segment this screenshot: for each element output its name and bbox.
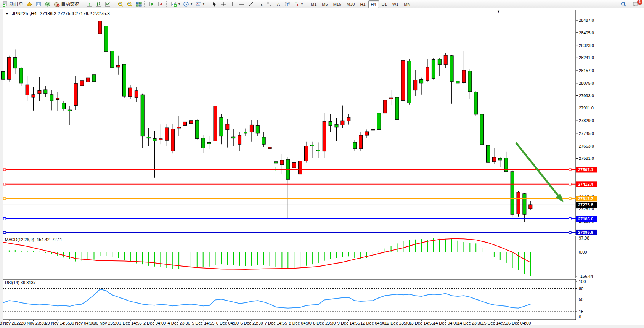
timeframe-m30-button[interactable]: M30 (344, 0, 357, 8)
auto-scroll-button[interactable] (147, 0, 156, 8)
bar-chart-button[interactable] (85, 0, 94, 8)
chevron-down-icon[interactable]: ▾ (301, 2, 303, 6)
candle (529, 205, 532, 209)
new-order-icon (2, 1, 8, 7)
equidistant-channel-button[interactable]: E (255, 0, 265, 8)
price-tick-label: 28157.0 (579, 68, 594, 73)
candle (195, 120, 199, 138)
chevron-down-icon[interactable]: ▾ (191, 2, 192, 6)
new-order-button[interactable]: 新订单 (1, 0, 25, 8)
candle (517, 192, 520, 214)
text-button[interactable]: A (274, 0, 283, 8)
line-handle[interactable] (3, 183, 6, 185)
candle (214, 106, 217, 141)
arrows-button[interactable]: ▾ (292, 0, 304, 8)
time-label: 13 Dec 14:55 (409, 321, 434, 325)
line-handle[interactable] (3, 231, 6, 233)
price-tick-label: 28405.0 (579, 31, 594, 35)
notifications-button[interactable]: 1 (631, 0, 640, 8)
bottom-margin (0, 325, 644, 328)
auto-trading-button[interactable]: 自动交易 (52, 0, 81, 8)
crosshair-button[interactable] (219, 0, 228, 8)
navigator-icon (45, 1, 51, 7)
periods-button[interactable]: ▾ (181, 0, 194, 8)
indicators-button[interactable]: ▾ (169, 0, 181, 8)
timeframe-d1-button[interactable]: D1 (379, 0, 390, 8)
time-label: 30 Nov 23:30 (94, 321, 119, 325)
search-button[interactable] (619, 0, 628, 8)
line-handle[interactable] (569, 198, 571, 200)
candlestick-chart-button[interactable] (94, 0, 103, 8)
toolbar-group-grip (166, 1, 168, 7)
candle (316, 150, 320, 151)
timeframe-h4-button[interactable]: H4 (368, 0, 379, 8)
chart-shift-button[interactable] (156, 0, 165, 8)
macd-scale-label: -166.44 (579, 274, 593, 278)
time-label: 14 Dec 23:30 (458, 321, 482, 325)
tile-windows-button[interactable] (134, 0, 143, 8)
candle (74, 83, 77, 105)
price-badge-label: 27317.7 (578, 196, 593, 201)
trendline-button[interactable] (246, 0, 255, 8)
zoom-out-icon (127, 1, 133, 7)
timeframe-m15-button[interactable]: M15 (331, 0, 344, 8)
chevron-down-icon[interactable]: ▾ (178, 2, 180, 6)
cursor-button[interactable] (210, 0, 219, 8)
candle (432, 60, 435, 79)
scroll-to-end-icon[interactable]: ▼ (497, 10, 500, 13)
timeframe-m5-button[interactable]: M5 (319, 0, 330, 8)
price-tick-label: 28323.0 (579, 43, 594, 48)
profile-button[interactable] (34, 0, 43, 8)
candle (523, 194, 526, 214)
templates-button[interactable]: ▾ (194, 0, 206, 8)
time-label: 6 Dec 23:30 (240, 321, 263, 325)
candle (128, 88, 132, 97)
macd-scale-label: 0.00 (579, 250, 587, 254)
candle (444, 55, 447, 65)
horizontal-line-button[interactable] (237, 0, 246, 8)
navigator-button[interactable] (43, 0, 52, 8)
text-icon: A (275, 1, 281, 7)
cursor-icon (211, 1, 217, 7)
templates-icon (195, 1, 201, 7)
collapse-icon[interactable]: ▼ (5, 12, 9, 16)
price-badge-label: 27412.4 (578, 182, 594, 187)
price-tick-label: 28241.0 (579, 55, 594, 60)
candle (389, 98, 393, 99)
line-handle[interactable] (569, 218, 571, 220)
line-handle[interactable] (569, 169, 571, 171)
vertical-line-button[interactable] (228, 0, 237, 8)
line-handle[interactable] (569, 183, 571, 185)
line-handle[interactable] (3, 169, 6, 171)
fibonacci-button[interactable]: F (265, 0, 274, 8)
market-watch-button[interactable] (25, 0, 34, 8)
time-label: 7 Dec 14:55 (265, 321, 287, 325)
line-handle[interactable] (569, 231, 571, 233)
candle (438, 59, 441, 65)
candle (50, 95, 53, 101)
timeframe-w1-button[interactable]: W1 (390, 0, 401, 8)
main-chart-panel (3, 10, 576, 235)
candle (62, 103, 66, 109)
time-label: 28 Nov 2022 (0, 321, 21, 325)
zoom-in-button[interactable] (116, 0, 125, 8)
timeframe-h1-button[interactable]: H1 (357, 0, 368, 8)
svg-text:F: F (270, 4, 271, 7)
price-tick-label: 27993.0 (579, 93, 594, 98)
symbol-label: JPN225-,H4 (12, 11, 37, 16)
rsi-scale-label: 15 (579, 309, 583, 314)
timeframe-m1-button[interactable]: M1 (308, 0, 319, 8)
line-chart-button[interactable] (103, 0, 112, 8)
zoom-out-button[interactable] (125, 0, 134, 8)
line-handle[interactable] (3, 218, 6, 220)
price-tick-label: 28075.0 (579, 81, 594, 85)
rsi-scale-label: 50 (579, 297, 583, 302)
label-button[interactable]: T (283, 0, 292, 8)
zoom-in-icon (117, 1, 124, 7)
timeframe-mn-button[interactable]: MN (401, 0, 413, 8)
chevron-down-icon[interactable]: ▾ (203, 2, 204, 6)
line-handle[interactable] (3, 198, 6, 200)
toolbar-group-grip (305, 1, 307, 7)
svg-text:A: A (277, 2, 280, 7)
symbol-ohlc-line: ▼ JPN225-,H4 27186.2 27275.9 27176.2 272… (5, 11, 110, 16)
